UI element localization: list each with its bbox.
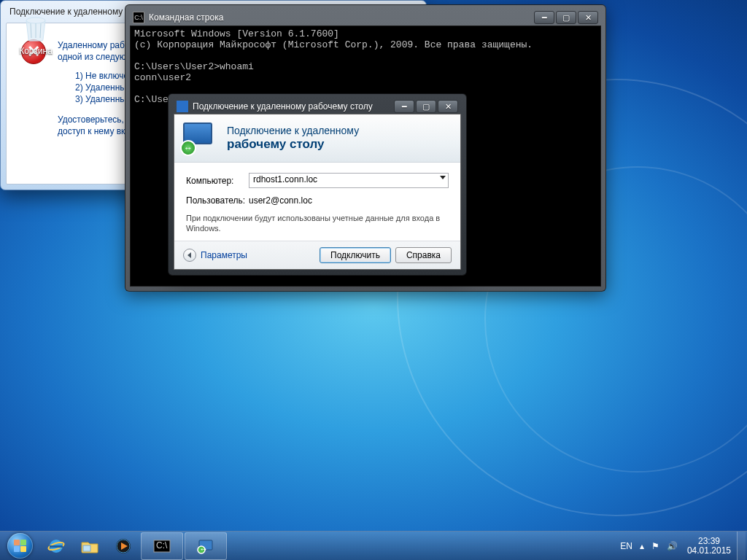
svg-rect-3 (50, 545, 63, 548)
svg-text:↔: ↔ (199, 543, 208, 553)
chevron-down-icon (440, 176, 446, 179)
rdp-icon (177, 101, 188, 112)
close-button[interactable]: ✕ (578, 11, 598, 24)
tray-clock[interactable]: 23:39 04.01.2015 (681, 537, 737, 556)
options-link[interactable]: Параметры (201, 250, 247, 260)
cmd-icon: C:\ (133, 12, 144, 23)
recycle-bin-label: Корзина (13, 46, 58, 56)
minimize-button[interactable]: ━ (394, 100, 414, 113)
taskbar-pin-ie[interactable] (40, 532, 72, 560)
start-button[interactable] (0, 532, 39, 561)
taskbar: C:\ ↔ EN ▴ ⚑ 🔊 23:39 04.01.2015 (0, 531, 747, 560)
minimize-button[interactable]: ━ (534, 11, 554, 24)
tray-volume-icon[interactable]: 🔊 (663, 541, 681, 551)
computer-label: Компьютер: (186, 176, 249, 186)
taskbar-pin-explorer[interactable] (74, 532, 106, 560)
chevron-down-icon (187, 252, 191, 258)
rdp-titlebar[interactable]: Подключение к удаленному рабочему столу … (174, 99, 461, 114)
rdp-window: Подключение к удаленному рабочему столу … (168, 93, 467, 276)
system-tray: EN ▴ ⚑ 🔊 23:39 04.01.2015 (616, 532, 747, 561)
recycle-bin-icon (19, 10, 53, 44)
user-value: user2@conn.loc (249, 195, 312, 206)
computer-value: rdhost1.conn.loc (253, 174, 317, 184)
rdp-header-icon: ↔ (183, 122, 218, 155)
connect-button[interactable]: Подключить (320, 247, 391, 263)
tray-action-center-icon[interactable]: ⚑ (648, 541, 663, 551)
cmd-title: Командная строка (149, 12, 223, 23)
svg-text:C:\: C:\ (156, 540, 168, 551)
taskbar-item-cmd[interactable]: C:\ (141, 532, 183, 560)
svg-rect-4 (83, 545, 90, 551)
help-button[interactable]: Справка (395, 247, 452, 263)
tray-show-hidden-icon[interactable]: ▴ (636, 541, 648, 551)
recycle-bin[interactable]: Корзина (13, 10, 58, 56)
lang-indicator[interactable]: EN (616, 541, 636, 551)
close-button[interactable]: ✕ (438, 100, 458, 113)
maximize-button[interactable]: ▢ (556, 11, 576, 24)
taskbar-item-rdp[interactable]: ↔ (185, 532, 227, 560)
rdp-window-title: Подключение к удаленному рабочему столу (193, 101, 373, 112)
expand-options-button[interactable] (183, 249, 196, 262)
show-desktop-button[interactable] (737, 532, 746, 561)
clock-time: 23:39 (687, 537, 731, 546)
user-label: Пользователь: (186, 195, 249, 206)
svg-point-0 (26, 18, 45, 23)
cmd-titlebar[interactable]: C:\ Командная строка ━ ▢ ✕ (130, 9, 601, 26)
clock-date: 04.01.2015 (687, 546, 731, 556)
desktop: Корзина C:\ Командная строка ━ ▢ ✕ Micro… (0, 0, 747, 560)
start-orb-icon (7, 533, 33, 559)
rdp-header-line2: рабочему столу (227, 137, 359, 152)
computer-combobox[interactable]: rdhost1.conn.loc (249, 173, 449, 188)
rdp-header: ↔ Подключение к удаленному рабочему стол… (174, 114, 460, 163)
taskbar-pin-media-player[interactable] (107, 532, 139, 560)
maximize-button[interactable]: ▢ (416, 100, 436, 113)
credentials-note: При подключении будут использованы учетн… (186, 213, 449, 233)
rdp-header-line1: Подключение к удаленному (227, 125, 359, 137)
